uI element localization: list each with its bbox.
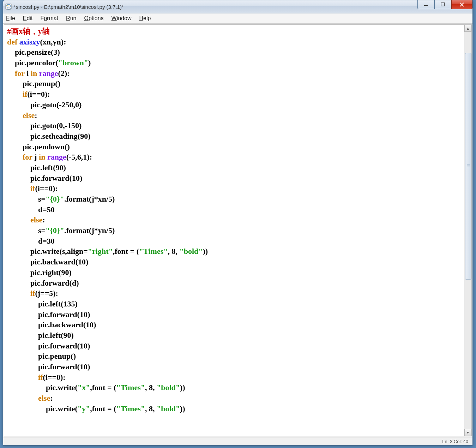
code-token: , 8, [145, 383, 157, 392]
code-token: j [32, 153, 39, 161]
code-token: pic.goto(-250,0) [7, 100, 82, 109]
status-cursor-pos: Ln: 3 Col: 40 [442, 439, 468, 444]
code-token: range [47, 153, 66, 161]
menu-window[interactable]: Window [112, 15, 132, 22]
code-token: : [42, 215, 45, 224]
code-line: for i in range(2): [7, 68, 461, 79]
code-token: d=50 [7, 205, 55, 214]
code-token: pic.backward(10) [7, 320, 96, 329]
code-token: def [7, 37, 19, 46]
code-line: pic.backward(10) [7, 257, 461, 267]
code-token: )) [180, 383, 185, 392]
scroll-thumb[interactable] [465, 53, 471, 280]
code-token: pic.pensize(3) [7, 48, 60, 56]
menu-help[interactable]: Help [139, 15, 151, 22]
menu-format[interactable]: Format [40, 15, 58, 22]
code-token: d=30 [7, 237, 55, 245]
close-button[interactable] [451, 0, 472, 9]
vertical-scrollbar[interactable]: ▴ ▾ [464, 25, 471, 436]
window-controls [417, 0, 472, 10]
menu-options[interactable]: Options [84, 15, 103, 22]
code-token: range [39, 69, 58, 78]
code-token: s= [7, 226, 46, 235]
code-line: if(i==0): [7, 372, 461, 383]
svg-point-1 [7, 5, 8, 6]
code-line: else: [7, 215, 461, 225]
code-token: pic.forward(d) [7, 279, 79, 287]
code-token: pic.forward(10) [7, 341, 90, 350]
code-token: "Times" [116, 383, 145, 392]
code-token: pic.forward(10) [7, 310, 90, 319]
code-token: (-5,6,1): [66, 153, 92, 161]
code-token: pic.backward(10) [7, 257, 88, 266]
code-token: (i==0): [35, 184, 58, 193]
code-token: pic.left(135) [7, 299, 78, 308]
menu-run[interactable]: Run [66, 15, 76, 22]
code-token: "right" [88, 247, 113, 256]
code-line: pic.forward(10) [7, 309, 461, 320]
code-token: else [30, 215, 42, 224]
code-line: pic.pencolor("brown") [7, 58, 461, 68]
code-token: pic.setheading(90) [7, 132, 91, 141]
client-area: #画x轴，y轴def axisxy(xn,yn): pic.pensize(3)… [4, 24, 472, 436]
code-token: , 8, [168, 247, 179, 256]
code-line: pic.write("y",font = ("Times", 8, "bold"… [7, 404, 461, 414]
code-token: .format(j*xn/5) [64, 195, 115, 203]
code-token [7, 184, 30, 193]
code-token: axisxy [19, 37, 40, 46]
menu-edit[interactable]: Edit [23, 15, 33, 22]
code-token [7, 111, 23, 120]
code-token [7, 394, 38, 402]
code-token [7, 90, 23, 98]
code-line: pic.forward(10) [7, 173, 461, 184]
code-token: )) [180, 404, 185, 413]
window-title: *sincosf.py - E:\pmath2\m10\sincosf.py (… [14, 4, 470, 10]
scroll-up-button[interactable]: ▴ [464, 25, 471, 32]
code-token: : [35, 111, 37, 120]
statusbar: Ln: 3 Col: 40 [3, 437, 472, 445]
menu-file[interactable]: File [6, 15, 15, 22]
code-token: pic.write(s,align= [7, 247, 88, 256]
code-line: pic.write(s,align="right",font = ("Times… [7, 246, 461, 257]
code-token: (j==5): [35, 289, 58, 298]
code-line: pic.setheading(90) [7, 131, 461, 142]
code-editor[interactable]: #画x轴，y轴def axisxy(xn,yn): pic.pensize(3)… [4, 25, 464, 436]
code-line: pic.right(90) [7, 267, 461, 278]
code-token: pic.write( [7, 383, 78, 392]
code-token: .format(j*yn/5) [64, 226, 115, 235]
code-token: in [39, 153, 45, 161]
code-token: pic.left(90) [7, 163, 66, 172]
minimize-button[interactable] [417, 0, 434, 9]
code-token: pic.goto(0,-150) [7, 121, 82, 130]
code-token: "x" [78, 383, 90, 392]
code-token: "bold" [157, 383, 180, 392]
code-line: pic.pensize(3) [7, 47, 461, 58]
code-line: pic.write("x",font = ("Times", 8, "bold"… [7, 382, 461, 393]
code-line: pic.forward(10) [7, 341, 461, 351]
code-line: if(i==0): [7, 183, 461, 194]
code-token: pic.pencolor( [7, 58, 58, 67]
code-token: pic.write( [7, 404, 78, 413]
code-token: s= [7, 195, 46, 203]
code-line: pic.forward(10) [7, 362, 461, 372]
python-idle-icon [5, 4, 12, 10]
code-line: pic.forward(d) [7, 278, 461, 288]
code-token: else [23, 111, 35, 120]
code-token: "{0}" [46, 226, 64, 235]
code-token: ,font = ( [90, 383, 116, 392]
code-line: pic.goto(-250,0) [7, 100, 461, 110]
code-line: #画x轴，y轴 [7, 26, 461, 37]
code-line: pic.backward(10) [7, 319, 461, 330]
code-token: in [31, 69, 37, 78]
code-line: if(j==5): [7, 288, 461, 299]
scroll-down-button[interactable]: ▾ [464, 429, 471, 436]
code-token: ,font = ( [113, 247, 139, 256]
code-token: #画x轴，y轴 [7, 27, 50, 36]
code-line: pic.pendown() [7, 142, 461, 152]
code-line: def axisxy(xn,yn): [7, 37, 461, 47]
svg-rect-2 [424, 5, 428, 6]
maximize-button[interactable] [434, 0, 451, 9]
code-line: else: [7, 110, 461, 121]
titlebar[interactable]: *sincosf.py - E:\pmath2\m10\sincosf.py (… [3, 0, 472, 13]
code-line: s="{0}".format(j*xn/5) [7, 194, 461, 204]
